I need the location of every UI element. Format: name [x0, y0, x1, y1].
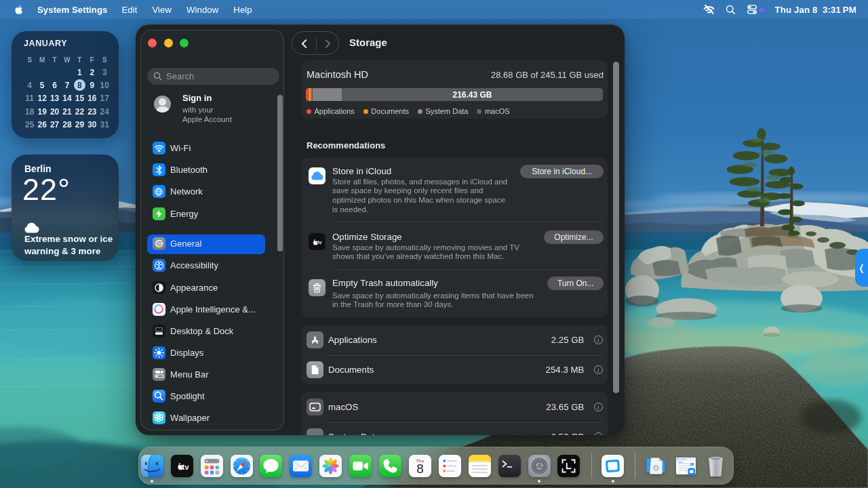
svg-text:tv: tv [317, 239, 321, 245]
svg-text:8: 8 [416, 462, 424, 476]
svg-text:tv: tv [182, 463, 189, 471]
